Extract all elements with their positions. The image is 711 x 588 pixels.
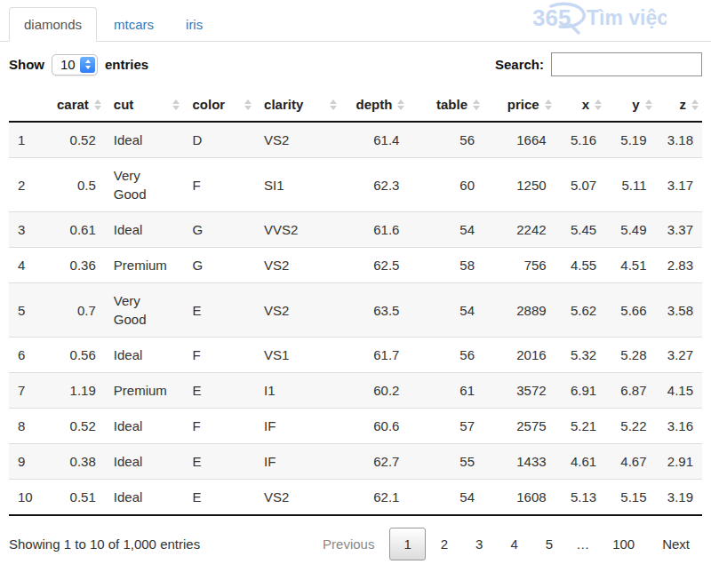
- cell: 3.37: [656, 212, 703, 248]
- column-header-x[interactable]: x: [555, 88, 605, 122]
- page-size-select[interactable]: 10: [52, 54, 98, 75]
- column-label: clarity: [264, 97, 303, 112]
- cell: 3.16: [656, 409, 703, 444]
- column-header-depth[interactable]: depth: [340, 88, 409, 122]
- cell: F: [183, 158, 255, 212]
- column-label: y: [632, 97, 639, 112]
- cell: 2242: [483, 212, 555, 248]
- cell: 4.15: [656, 373, 703, 409]
- cell: 62.5: [340, 248, 409, 283]
- cell: 0.52: [36, 409, 105, 444]
- cell: VVS2: [255, 212, 340, 248]
- tab-mtcars[interactable]: mtcars: [99, 7, 169, 42]
- cell: 61.4: [340, 122, 409, 158]
- cell: I1: [255, 373, 340, 409]
- page-button-1[interactable]: 1: [389, 528, 425, 560]
- row-index: 10: [9, 480, 36, 516]
- cell: 5.11: [605, 158, 655, 212]
- column-header-cut[interactable]: cut: [105, 88, 184, 122]
- cell: G: [183, 248, 255, 283]
- column-header-row-names: [9, 88, 36, 122]
- cell: 5.07: [555, 158, 605, 212]
- tab-bar: diamondsmtcarsiris: [0, 0, 711, 42]
- row-index: 5: [9, 283, 36, 338]
- cell: 0.36: [36, 248, 105, 283]
- column-header-carat[interactable]: carat: [36, 88, 105, 122]
- table-row[interactable]: 100.51IdealEVS262.15416085.135.153.19: [9, 480, 702, 516]
- table-row[interactable]: 71.19PremiumEI160.26135726.916.874.15: [9, 373, 702, 409]
- cell: 62.1: [340, 480, 409, 516]
- cell: 5.28: [605, 338, 655, 373]
- column-header-color[interactable]: color: [183, 88, 255, 122]
- cell: 58: [408, 248, 483, 283]
- row-index: 8: [9, 409, 36, 444]
- table-row[interactable]: 30.61IdealGVVS261.65422425.455.493.37: [9, 212, 702, 248]
- cell: D: [183, 122, 255, 158]
- cell: 0.51: [36, 480, 105, 516]
- cell: 1608: [483, 480, 555, 516]
- page-button-2[interactable]: 2: [428, 528, 460, 560]
- select-stepper-icon: [80, 57, 95, 73]
- cell: 0.38: [36, 444, 105, 480]
- cell: 5.62: [555, 283, 605, 338]
- table-row[interactable]: 90.38IdealEIF62.75514334.614.672.91: [9, 444, 702, 480]
- cell: Premium: [105, 373, 184, 409]
- column-header-clarity[interactable]: clarity: [255, 88, 340, 122]
- cell: 2575: [483, 409, 555, 444]
- row-index: 9: [9, 444, 36, 480]
- cell: 54: [408, 480, 483, 516]
- cell: VS2: [255, 283, 340, 338]
- cell: VS1: [255, 338, 340, 373]
- cell: 61: [408, 373, 483, 409]
- sort-icon: [397, 99, 404, 110]
- sort-icon: [691, 99, 699, 110]
- cell: IF: [255, 409, 340, 444]
- cell: Premium: [105, 248, 184, 283]
- table-row[interactable]: 60.56IdealFVS161.75620165.325.283.27: [9, 338, 702, 373]
- cell: 3.17: [656, 158, 703, 212]
- cell: 60.2: [340, 373, 409, 409]
- column-label: z: [680, 97, 687, 112]
- cell: 3.19: [656, 480, 703, 516]
- table-row[interactable]: 50.7Very GoodEVS263.55428895.625.663.58: [9, 283, 702, 338]
- table-info: Showing 1 to 10 of 1,000 entries: [9, 536, 200, 552]
- pagination: Previous12345…100Next: [308, 528, 702, 560]
- sort-icon: [94, 99, 101, 110]
- page-button-previous[interactable]: Previous: [310, 528, 387, 560]
- cell: 1.19: [36, 373, 105, 409]
- page-button-next[interactable]: Next: [650, 528, 702, 560]
- cell: Ideal: [105, 409, 184, 444]
- cell: G: [183, 212, 255, 248]
- column-header-price[interactable]: price: [483, 88, 555, 122]
- search-input[interactable]: [551, 52, 702, 76]
- cell: F: [183, 409, 255, 444]
- page-button-4[interactable]: 4: [498, 528, 530, 560]
- table-row[interactable]: 40.36PremiumGVS262.5587564.554.512.83: [9, 248, 702, 283]
- column-header-table[interactable]: table: [408, 88, 483, 122]
- column-label: color: [192, 97, 225, 112]
- table-row[interactable]: 10.52IdealDVS261.45616645.165.193.18: [9, 122, 702, 158]
- table-footer: Showing 1 to 10 of 1,000 entries Previou…: [9, 528, 702, 560]
- column-label: cut: [114, 97, 134, 112]
- cell: 54: [408, 212, 483, 248]
- cell: 5.15: [605, 480, 655, 516]
- row-index: 6: [9, 338, 36, 373]
- cell: 3.18: [656, 122, 703, 158]
- column-label: depth: [356, 97, 393, 112]
- tab-iris[interactable]: iris: [171, 7, 218, 42]
- table-row[interactable]: 20.5Very GoodFSI162.36012505.075.113.17: [9, 158, 702, 212]
- page-button-3[interactable]: 3: [463, 528, 495, 560]
- table-row[interactable]: 80.52IdealFIF60.65725755.215.223.16: [9, 409, 702, 444]
- cell: IF: [255, 444, 340, 480]
- cell: 57: [408, 409, 483, 444]
- cell: VS2: [255, 248, 340, 283]
- cell: E: [183, 480, 255, 516]
- page-button-100[interactable]: 100: [600, 528, 647, 560]
- sort-icon: [595, 99, 602, 110]
- column-header-y[interactable]: y: [605, 88, 655, 122]
- page-button-5[interactable]: 5: [533, 528, 565, 560]
- tab-diamonds[interactable]: diamonds: [9, 7, 97, 42]
- column-header-z[interactable]: z: [656, 88, 703, 122]
- table-controls: Show 10 entries Search:: [9, 52, 702, 76]
- cell: Very Good: [105, 158, 184, 212]
